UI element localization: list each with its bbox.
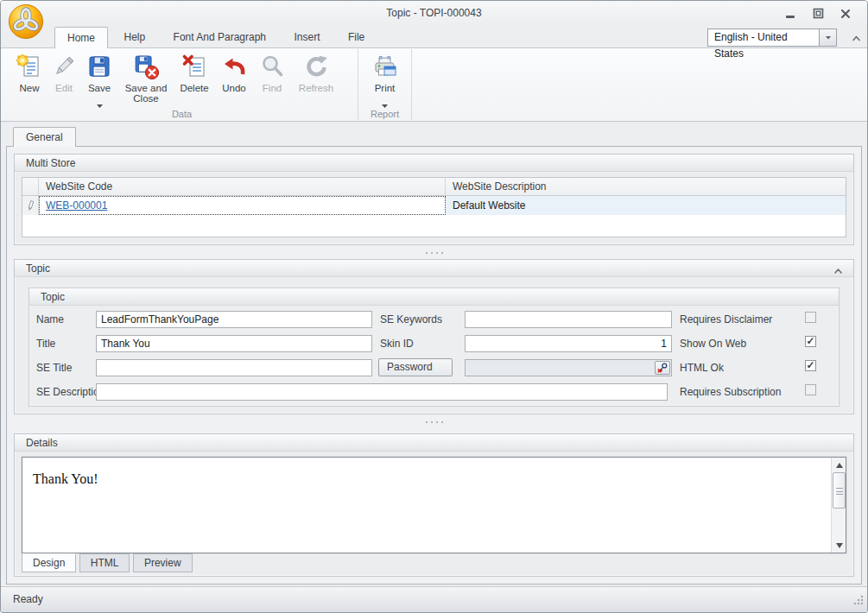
language-selector-value[interactable]: English - United States bbox=[707, 28, 820, 47]
topic-inner-header: Topic bbox=[29, 288, 839, 306]
save-dropdown-arrow-icon[interactable] bbox=[97, 96, 103, 99]
collapse-ribbon-button[interactable] bbox=[847, 30, 865, 46]
horizontal-splitter-bottom[interactable] bbox=[7, 418, 861, 427]
triangle-down-icon bbox=[836, 543, 843, 548]
requires-disclaimer-label: Requires Disclaimer bbox=[680, 313, 772, 325]
delete-button[interactable]: Delete bbox=[174, 52, 215, 93]
edit-pencil-icon bbox=[27, 200, 35, 212]
print-button[interactable]: Print bbox=[362, 52, 409, 99]
pencil-icon bbox=[50, 53, 78, 80]
skin-id-input[interactable] bbox=[465, 335, 672, 352]
se-title-label: SE Title bbox=[36, 362, 72, 374]
ribbon-tab-strip: Home Help Font And Paragraph Insert File bbox=[54, 27, 377, 48]
grid-column-website-description[interactable]: WebSite Description bbox=[446, 178, 846, 196]
ribbon-tab-insert[interactable]: Insert bbox=[282, 27, 332, 48]
multi-store-grid: WebSite Code WebSite Description WEB-000… bbox=[22, 177, 846, 237]
status-text: Ready bbox=[13, 593, 43, 605]
row-indicator-cell bbox=[22, 196, 39, 215]
resize-grip[interactable] bbox=[852, 593, 864, 609]
general-panel: Multi Store WebSite Code WebSite Descrip… bbox=[6, 146, 862, 585]
refresh-button[interactable]: Refresh bbox=[291, 52, 341, 93]
password-key-icon[interactable] bbox=[655, 361, 670, 375]
ribbon-tab-home[interactable]: Home bbox=[54, 27, 108, 48]
ribbon-tab-font-and-paragraph[interactable]: Font And Paragraph bbox=[162, 27, 278, 48]
html-ok-label: HTML Ok bbox=[680, 362, 724, 374]
save-icon bbox=[86, 53, 113, 80]
ribbon-group-report: Print Report bbox=[358, 49, 412, 120]
se-description-input[interactable] bbox=[96, 383, 668, 401]
title-bar: Topic - TOPI-000043 bbox=[1, 1, 867, 25]
maximize-button[interactable] bbox=[807, 6, 829, 21]
window-title: Topic - TOPI-000043 bbox=[1, 7, 867, 19]
ribbon-tab-file[interactable]: File bbox=[336, 27, 377, 48]
tab-design[interactable]: Design bbox=[22, 553, 76, 572]
ribbon-group-label-report: Report bbox=[358, 109, 411, 119]
minimize-button[interactable] bbox=[779, 6, 801, 21]
name-input[interactable] bbox=[96, 311, 372, 328]
se-keywords-input[interactable] bbox=[465, 311, 672, 328]
printer-icon bbox=[371, 53, 399, 80]
requires-disclaimer-checkbox[interactable] bbox=[805, 312, 816, 323]
tab-html[interactable]: HTML bbox=[79, 553, 130, 572]
topic-inner-groupbox: Topic Name Title SE Title SE Description… bbox=[29, 288, 839, 407]
password-button[interactable]: Password bbox=[378, 358, 453, 376]
new-document-icon bbox=[16, 53, 43, 80]
triangle-up-icon bbox=[836, 463, 843, 468]
requires-subscription-checkbox[interactable] bbox=[805, 384, 816, 395]
close-button[interactable] bbox=[834, 6, 857, 21]
title-input[interactable] bbox=[96, 335, 372, 352]
grid-column-website-code[interactable]: WebSite Code bbox=[39, 178, 446, 196]
ribbon-tab-help[interactable]: Help bbox=[111, 27, 157, 48]
close-icon bbox=[840, 9, 851, 19]
scroll-down-button[interactable] bbox=[833, 539, 846, 552]
website-code-link[interactable]: WEB-000001 bbox=[46, 199, 107, 212]
website-code-cell[interactable]: WEB-000001 bbox=[39, 196, 446, 215]
chevron-up-icon bbox=[851, 34, 862, 42]
password-field-wrap bbox=[465, 359, 672, 376]
html-ok-checkbox[interactable] bbox=[805, 360, 816, 371]
show-on-web-checkbox[interactable] bbox=[805, 336, 816, 347]
grid-header-row: WebSite Code WebSite Description bbox=[22, 178, 846, 196]
save-and-close-button[interactable]: Save and Close bbox=[118, 52, 174, 104]
document-area: General Multi Store WebSite Code WebSite… bbox=[6, 127, 862, 585]
name-label: Name bbox=[36, 313, 64, 325]
ribbon-group-label-data: Data bbox=[6, 109, 358, 119]
tab-preview[interactable]: Preview bbox=[133, 553, 193, 572]
print-dropdown-arrow-icon[interactable] bbox=[382, 96, 388, 99]
editor-scrollbar[interactable] bbox=[831, 458, 846, 553]
application-window: Topic - TOPI-000043 bbox=[0, 0, 868, 613]
scrollbar-thumb[interactable] bbox=[833, 472, 846, 509]
ribbon-group-data: New Edit bbox=[6, 49, 358, 120]
details-editor-content[interactable]: Thank You! bbox=[33, 471, 825, 487]
app-logo-icon[interactable] bbox=[8, 3, 44, 40]
collapse-topic-chevron-icon[interactable] bbox=[833, 263, 845, 274]
multi-store-header: Multi Store bbox=[15, 155, 853, 172]
topic-groupbox: Topic Topic Name Title SE Title SE Desc bbox=[14, 259, 854, 414]
details-header: Details bbox=[15, 434, 853, 452]
undo-arrow-icon bbox=[220, 53, 248, 80]
website-description-cell[interactable]: Default Website bbox=[446, 196, 846, 215]
save-and-close-icon bbox=[132, 53, 160, 80]
refresh-icon bbox=[302, 53, 330, 80]
save-button[interactable]: Save bbox=[80, 52, 118, 99]
find-button[interactable]: Find bbox=[253, 52, 291, 93]
new-button[interactable]: New bbox=[11, 52, 48, 93]
multi-store-groupbox: Multi Store WebSite Code WebSite Descrip… bbox=[14, 154, 854, 245]
horizontal-splitter-top[interactable] bbox=[7, 249, 861, 257]
topic-header: Topic bbox=[15, 260, 853, 277]
language-dropdown-button[interactable] bbox=[820, 28, 837, 47]
requires-subscription-label: Requires Subscription bbox=[680, 386, 781, 398]
magnifier-icon bbox=[258, 53, 286, 80]
edit-button[interactable]: Edit bbox=[48, 52, 80, 93]
grid-indicator-header bbox=[22, 178, 39, 196]
chevron-down-icon bbox=[824, 34, 833, 41]
details-groupbox: Details Thank You! Design bbox=[14, 433, 854, 577]
se-title-input[interactable] bbox=[96, 359, 372, 376]
scroll-up-button[interactable] bbox=[833, 458, 846, 471]
tab-general[interactable]: General bbox=[13, 127, 76, 147]
password-input[interactable] bbox=[465, 359, 672, 376]
undo-button[interactable]: Undo bbox=[215, 52, 253, 93]
show-on-web-label: Show On Web bbox=[680, 338, 746, 350]
editor-tab-strip: Design HTML Preview bbox=[22, 553, 192, 572]
minimize-icon bbox=[785, 9, 795, 19]
